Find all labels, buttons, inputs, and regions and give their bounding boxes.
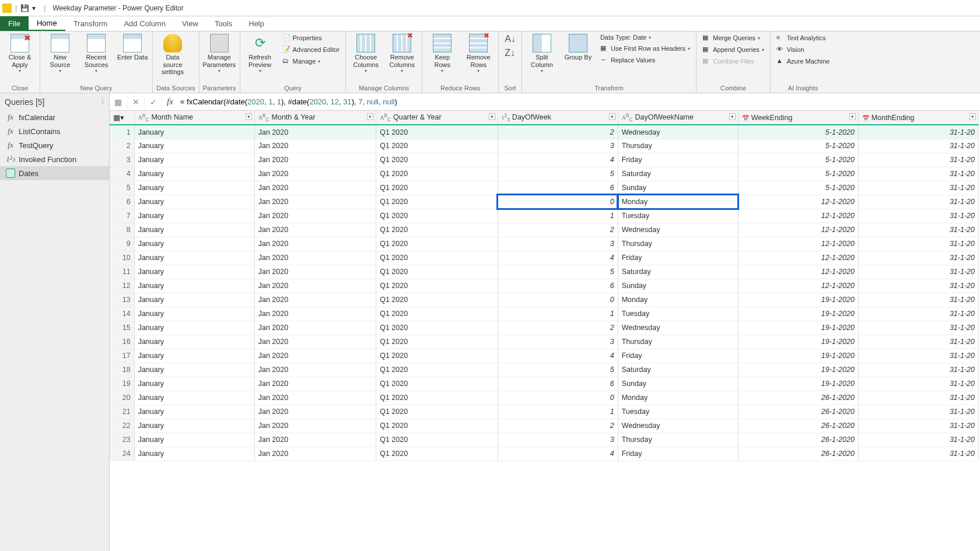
cell[interactable]: Q1 2020 xyxy=(376,195,498,209)
use-first-row-button[interactable]: ▦Use First Row as Headers xyxy=(598,43,692,54)
cell[interactable]: 31-1-20 xyxy=(858,237,978,251)
close-apply-button[interactable]: Close & Apply xyxy=(4,33,36,73)
cell[interactable]: 3 xyxy=(498,237,618,251)
cell[interactable]: 19-1-2020 xyxy=(738,377,858,391)
cell[interactable]: 31-1-20 xyxy=(858,377,978,391)
cell[interactable]: Q1 2020 xyxy=(376,391,498,405)
cell[interactable]: January xyxy=(134,363,254,377)
cell[interactable]: 31-1-20 xyxy=(858,419,978,433)
table-row[interactable]: 22JanuaryJan 2020Q1 20202Wednesday26-1-2… xyxy=(110,419,979,433)
cell[interactable]: Thursday xyxy=(618,237,738,251)
cell[interactable]: Wednesday xyxy=(618,125,738,139)
column-header-dayofweek[interactable]: 123DayOfWeek▾ xyxy=(498,111,618,125)
cell[interactable]: Q1 2020 xyxy=(376,139,498,153)
cell[interactable]: 19-1-2020 xyxy=(738,363,858,377)
properties-button[interactable]: 📄Properties xyxy=(280,33,342,43)
filter-dropdown-icon[interactable]: ▾ xyxy=(246,113,252,120)
cell[interactable]: 5 xyxy=(498,363,618,377)
cell[interactable]: Jan 2020 xyxy=(254,195,376,209)
merge-queries-button[interactable]: ▦Merge Queries xyxy=(700,33,766,43)
cell[interactable]: Jan 2020 xyxy=(254,251,376,265)
table-row[interactable]: 16JanuaryJan 2020Q1 20203Thursday19-1-20… xyxy=(110,335,979,349)
filter-dropdown-icon[interactable]: ▾ xyxy=(849,113,856,120)
cell[interactable]: Q1 2020 xyxy=(376,265,498,279)
cell[interactable]: 0 xyxy=(498,391,618,405)
remove-columns-button[interactable]: Remove Columns xyxy=(386,33,418,73)
column-header-monthending[interactable]: 📅MonthEnding▾ xyxy=(858,111,978,125)
cell[interactable]: Sunday xyxy=(618,279,738,293)
cell[interactable]: Q1 2020 xyxy=(376,279,498,293)
cell[interactable]: January xyxy=(134,321,254,335)
cell[interactable]: Q1 2020 xyxy=(376,405,498,419)
cell[interactable]: 12-1-2020 xyxy=(738,237,858,251)
cell[interactable]: 19-1-2020 xyxy=(738,321,858,335)
cell[interactable]: Q1 2020 xyxy=(376,349,498,363)
table-row[interactable]: 1JanuaryJan 2020Q1 20202Wednesday5-1-202… xyxy=(110,125,979,139)
cell[interactable]: Tuesday xyxy=(618,307,738,321)
cell[interactable]: Saturday xyxy=(618,363,738,377)
menu-transform[interactable]: Transform xyxy=(65,16,116,31)
query-item-fxcalendar[interactable]: fxfxCalendar xyxy=(0,110,109,124)
cell[interactable]: 19-1-2020 xyxy=(738,335,858,349)
cell[interactable]: 26-1-2020 xyxy=(738,419,858,433)
table-row[interactable]: 17JanuaryJan 2020Q1 20204Friday19-1-2020… xyxy=(110,349,979,363)
cell[interactable]: Jan 2020 xyxy=(254,433,376,447)
cell[interactable]: Q1 2020 xyxy=(376,251,498,265)
column-header-dayofweekname[interactable]: ABCDayOfWeekName▾ xyxy=(618,111,738,125)
cell[interactable]: 31-1-20 xyxy=(858,167,978,181)
cell[interactable]: Q1 2020 xyxy=(376,419,498,433)
manage-parameters-button[interactable]: Manage Parameters xyxy=(203,33,236,73)
cell[interactable]: Thursday xyxy=(618,433,738,447)
column-header-quarter-year[interactable]: ABCQuarter & Year▾ xyxy=(376,111,498,125)
cell[interactable]: Q1 2020 xyxy=(376,335,498,349)
table-row[interactable]: 15JanuaryJan 2020Q1 20202Wednesday19-1-2… xyxy=(110,321,979,335)
table-row[interactable]: 6JanuaryJan 2020Q1 20200Monday12-1-20203… xyxy=(110,195,979,209)
cell[interactable]: January xyxy=(134,223,254,237)
cell[interactable]: 31-1-20 xyxy=(858,251,978,265)
cell[interactable]: Jan 2020 xyxy=(254,125,376,139)
cell[interactable]: 2 xyxy=(498,125,618,139)
cell[interactable]: 5-1-2020 xyxy=(738,125,858,139)
cell[interactable]: 3 xyxy=(498,335,618,349)
cell[interactable]: 31-1-20 xyxy=(858,125,978,139)
cell[interactable]: January xyxy=(134,307,254,321)
cell[interactable]: Q1 2020 xyxy=(376,223,498,237)
cell[interactable]: Jan 2020 xyxy=(254,223,376,237)
cell[interactable]: 12-1-2020 xyxy=(738,195,858,209)
cell[interactable]: 31-1-20 xyxy=(858,335,978,349)
cell[interactable]: 2 xyxy=(498,419,618,433)
cell[interactable]: January xyxy=(134,419,254,433)
menu-tools[interactable]: Tools xyxy=(206,16,240,31)
advanced-editor-button[interactable]: 📝Advanced Editor xyxy=(280,44,342,55)
cell[interactable]: 4 xyxy=(498,153,618,167)
keep-rows-button[interactable]: Keep Rows xyxy=(426,33,459,73)
cell[interactable]: 1 xyxy=(498,307,618,321)
filter-dropdown-icon[interactable]: ▾ xyxy=(367,113,373,120)
collapse-queries-icon[interactable]: 〈 xyxy=(97,97,104,107)
cell[interactable]: Q1 2020 xyxy=(376,293,498,307)
undo-dropdown-icon[interactable]: ▾ xyxy=(32,4,40,12)
cell[interactable]: Wednesday xyxy=(618,321,738,335)
cell[interactable]: 31-1-20 xyxy=(858,447,978,461)
cell[interactable]: Q1 2020 xyxy=(376,447,498,461)
table-row[interactable]: 7JanuaryJan 2020Q1 20201Tuesday12-1-2020… xyxy=(110,209,979,223)
cell[interactable]: 2 xyxy=(498,223,618,237)
cell[interactable]: Friday xyxy=(618,349,738,363)
cell[interactable]: Jan 2020 xyxy=(254,265,376,279)
enter-data-button[interactable]: Enter Data xyxy=(116,33,149,61)
cell[interactable]: 26-1-2020 xyxy=(738,433,858,447)
menu-home[interactable]: Home xyxy=(29,16,65,31)
cell[interactable]: Wednesday xyxy=(618,419,738,433)
cell[interactable]: 31-1-20 xyxy=(858,363,978,377)
cell[interactable]: Sunday xyxy=(618,377,738,391)
formula-text[interactable]: = fxCalendar(#date(2020, 1, 1), #date(20… xyxy=(178,97,397,106)
cell[interactable]: Tuesday xyxy=(618,209,738,223)
grid-corner[interactable]: ▦▾ xyxy=(110,111,134,125)
cell[interactable]: January xyxy=(134,195,254,209)
cell[interactable]: January xyxy=(134,279,254,293)
cancel-formula-icon[interactable]: ✕ xyxy=(127,94,145,110)
table-row[interactable]: 19JanuaryJan 2020Q1 20206Sunday19-1-2020… xyxy=(110,377,979,391)
cell[interactable]: 31-1-20 xyxy=(858,321,978,335)
cell[interactable]: Sunday xyxy=(618,181,738,195)
choose-columns-button[interactable]: Choose Columns xyxy=(349,33,382,73)
